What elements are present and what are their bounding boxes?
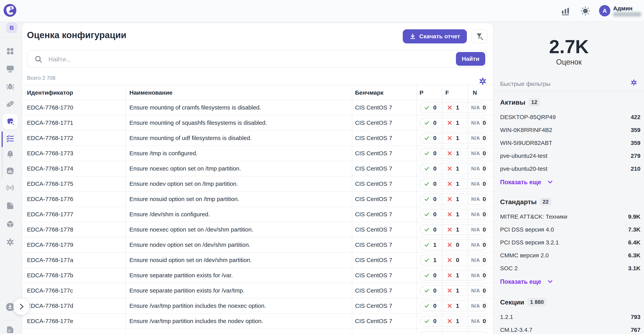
filter-item-count: 3.1K <box>628 265 640 272</box>
app-logo-icon[interactable] <box>4 4 16 17</box>
document-icon[interactable] <box>6 202 14 210</box>
table-row[interactable]: EDCA-7768-177dEnsure /var/tmp partition … <box>22 298 493 314</box>
user-avatar[interactable]: A <box>599 5 610 16</box>
table-row[interactable]: EDCA-7768-177eEnsure /var/tmp partition … <box>22 314 493 329</box>
filter-item[interactable]: pve-ubuntu20-test <box>500 166 548 172</box>
row-id: EDCA-7768-177c <box>27 283 73 298</box>
table-row[interactable]: EDCA-7768-177fEnsure /var/tmp partition … <box>22 329 493 334</box>
fail-x-icon <box>447 182 452 186</box>
row-id: EDCA-7768-177f <box>27 329 72 334</box>
sidebar-expand-button[interactable] <box>13 298 30 315</box>
fail-count: 1 <box>447 118 459 128</box>
bell-icon[interactable] <box>6 150 14 158</box>
patch-icon[interactable] <box>6 100 14 108</box>
fail-count: 0 <box>447 240 459 250</box>
theme-toggle-sun-icon[interactable] <box>580 6 590 16</box>
quick-filters-gear-icon[interactable] <box>630 79 637 86</box>
package-icon[interactable] <box>6 220 14 228</box>
settings-gear-icon[interactable] <box>6 238 14 246</box>
table-row[interactable]: EDCA-7768-1770Ensure mounting of cramfs … <box>22 100 493 115</box>
sidebar-scrollbar[interactable] <box>2 132 3 178</box>
na-count: N/A0 <box>471 224 486 235</box>
pass-check-icon <box>424 166 429 171</box>
column-header-f[interactable]: F <box>445 85 449 100</box>
search-placeholder: Найти... <box>48 56 71 63</box>
filter-button[interactable] <box>472 29 488 44</box>
table-row[interactable]: EDCA-7768-1779Ensure nodev option set on… <box>22 238 493 253</box>
search-submit-button[interactable]: Найти <box>456 52 485 66</box>
filter-item[interactable]: pve-ubuntu24-test <box>500 152 548 159</box>
activity-chart-icon[interactable] <box>561 6 570 16</box>
table-row[interactable]: EDCA-7768-177cEnsure separate partition … <box>22 283 493 298</box>
search-bar[interactable]: Найти... Найти <box>27 50 487 68</box>
filter-item[interactable]: WIN-0K8RRINF4B2 <box>500 127 552 133</box>
filter-item[interactable]: CMMC версия 2.0 <box>500 252 549 259</box>
quick-filters-title: Быстрые фильтры <box>500 80 550 87</box>
table-row[interactable]: EDCA-7768-1771Ensure mounting of squashf… <box>22 115 493 131</box>
pass-check-icon <box>424 196 429 202</box>
fail-x-icon <box>447 136 452 140</box>
filter-item[interactable]: SOC 2 <box>500 265 518 272</box>
chevron-down-icon <box>548 280 552 284</box>
download-report-button[interactable]: Скачать отчет <box>403 29 467 44</box>
table-row[interactable]: EDCA-7768-1776Ensure nosuid option set o… <box>22 192 493 207</box>
result-pill: 01N/A0 <box>420 194 488 204</box>
table-body: EDCA-7768-1770Ensure mounting of cramfs … <box>22 100 493 334</box>
row-id: EDCA-7768-1771 <box>27 115 73 130</box>
show-more-link[interactable]: Показать еще <box>500 278 552 285</box>
row-benchmark: CIS CentOS 7 <box>355 283 392 298</box>
fail-count: 1 <box>447 194 459 204</box>
na-count: N/A0 <box>471 164 486 174</box>
row-id: EDCA-7768-1777 <box>27 207 73 222</box>
table-row[interactable]: EDCA-7768-177bEnsure separate partition … <box>22 268 493 283</box>
filter-item[interactable]: DESKTOP-85QRP49 <box>500 114 556 120</box>
panel-divider <box>494 91 644 91</box>
column-header-benchmark[interactable]: Бенчмарк <box>355 85 384 100</box>
row-name: Ensure nodev option set on /dev/shm part… <box>130 238 250 252</box>
workspace-badge[interactable]: B <box>6 22 17 33</box>
signal-icon[interactable] <box>6 184 14 192</box>
result-pill: 01N/A0 <box>420 316 488 326</box>
filter-item[interactable]: PCI DSS версия 4.0 <box>500 226 554 233</box>
pass-count: 1 <box>424 240 436 250</box>
monitor-icon[interactable] <box>6 64 14 73</box>
filter-item[interactable]: PCI DSS версия 3.2.1 <box>500 239 559 246</box>
table-row[interactable]: EDCA-7768-1774Ensure noexec option set o… <box>22 161 493 176</box>
filter-item[interactable]: WIN-5I9UDR82ABT <box>500 140 552 146</box>
row-name: Ensure separate partition exists for /va… <box>130 283 244 298</box>
bug-icon[interactable] <box>6 82 14 91</box>
checklist-icon[interactable] <box>6 134 14 143</box>
configuration-module-icon[interactable] <box>6 117 14 126</box>
table-row[interactable]: EDCA-7768-1773Ensure /tmp is configured.… <box>22 146 493 161</box>
report-chart-icon[interactable] <box>6 166 14 175</box>
fail-x-icon <box>447 273 452 278</box>
column-header-id[interactable]: Идентификатор <box>27 85 73 100</box>
pass-count: 0 <box>424 301 436 311</box>
fail-x-icon <box>447 120 452 125</box>
result-pill: 01N/A0 <box>420 285 488 296</box>
column-header-name[interactable]: Наименование <box>130 85 172 100</box>
document-lines-icon[interactable] <box>6 326 14 334</box>
filter-section-title: Стандарты22 <box>500 198 551 206</box>
fail-x-icon <box>447 227 452 232</box>
pass-check-icon <box>424 227 429 232</box>
filter-item[interactable]: 1.2.1 <box>500 314 513 320</box>
table-row[interactable]: EDCA-7768-177aEnsure nosuid option set o… <box>22 253 493 268</box>
fail-count: 1 <box>447 331 459 334</box>
pass-count: 0 <box>424 331 436 334</box>
table-settings-gear-icon[interactable] <box>478 77 487 85</box>
pass-check-icon <box>424 105 429 110</box>
filter-item[interactable]: MITRE ATT&CK: Техники <box>500 213 567 220</box>
table-row[interactable]: EDCA-7768-1778Ensure noexec option set o… <box>22 222 493 238</box>
table-row[interactable]: EDCA-7768-1772Ensure mounting of udf fil… <box>22 131 493 146</box>
row-id: EDCA-7768-177b <box>27 268 73 283</box>
table-row[interactable]: EDCA-7768-1775Ensure nodev option set on… <box>22 176 493 192</box>
show-more-link[interactable]: Показать еще <box>500 179 552 186</box>
table-row[interactable]: EDCA-7768-1777Ensure /dev/shm is configu… <box>22 207 493 222</box>
filter-item[interactable]: CM.L2-3.4.7 <box>500 326 532 333</box>
column-header-p[interactable]: P <box>420 85 424 100</box>
dashboard-icon[interactable] <box>6 47 14 56</box>
column-header-n[interactable]: N <box>473 85 477 100</box>
filter-section-title: Активы12 <box>500 98 540 106</box>
row-name: Ensure /var/tmp partition includes the n… <box>130 314 263 328</box>
